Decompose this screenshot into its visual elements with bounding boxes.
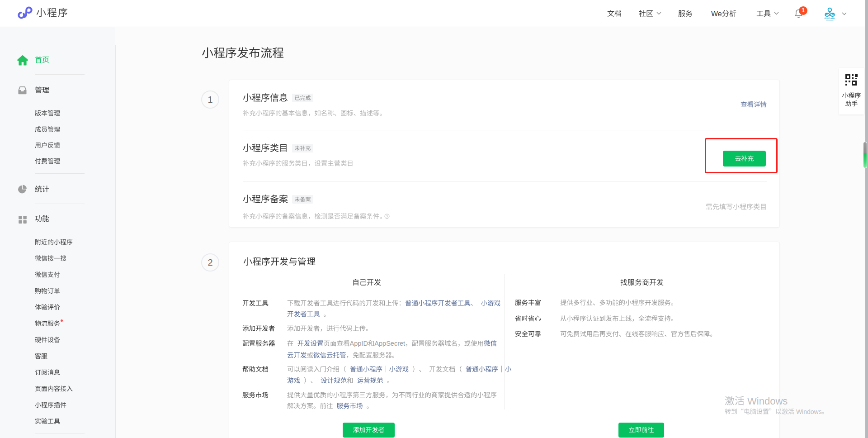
svg-text:Windows: Windows <box>796 408 822 415</box>
svg-text:skychaker: skychaker <box>824 17 835 19</box>
svg-text:for explorer: for explorer <box>826 19 834 21</box>
svg-text:?: ? <box>386 214 388 219</box>
